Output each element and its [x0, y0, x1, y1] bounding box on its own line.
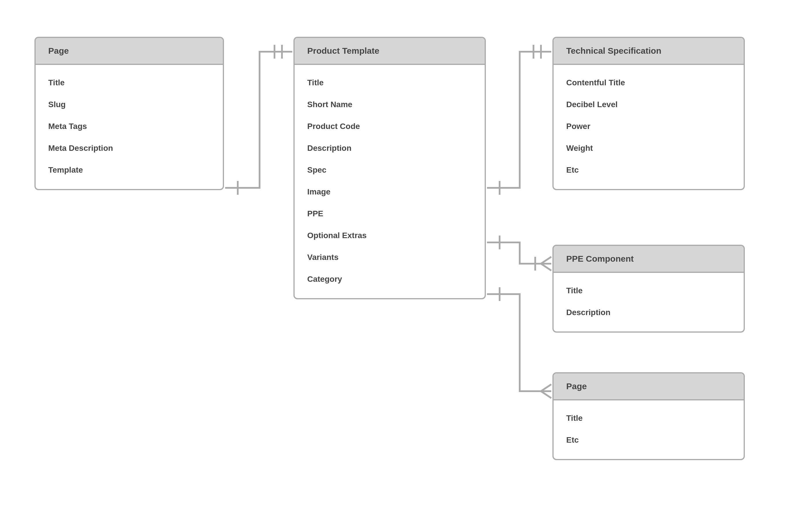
attr: Category	[307, 268, 472, 290]
attr: Variants	[307, 247, 472, 268]
attr: Slug	[48, 94, 210, 115]
entity-title: Page	[554, 373, 744, 400]
svg-line-12	[541, 391, 551, 398]
rel-product-page2	[487, 287, 551, 398]
entity-body: Title Etc	[554, 400, 744, 459]
attr: Etc	[566, 159, 731, 181]
attr: Title	[566, 407, 731, 429]
attr: Power	[566, 115, 731, 137]
svg-line-11	[541, 384, 551, 391]
entity-title: Technical Specification	[554, 38, 744, 65]
entity-title: Page	[36, 38, 223, 65]
rel-product-techspec	[487, 45, 551, 195]
entity-body: Title Description	[554, 273, 744, 332]
entity-page: Page Title Slug Meta Tags Meta Descripti…	[34, 37, 224, 190]
attr: Etc	[566, 429, 731, 451]
attr: Meta Description	[48, 137, 210, 159]
attr: Product Code	[307, 115, 472, 137]
entity-page-2: Page Title Etc	[552, 372, 745, 460]
attr: Title	[48, 72, 210, 94]
attr: Meta Tags	[48, 115, 210, 137]
entity-body: Contentful Title Decibel Level Power Wei…	[554, 65, 744, 189]
erd-canvas: Page Title Slug Meta Tags Meta Descripti…	[0, 0, 812, 515]
attr: Description	[566, 302, 731, 323]
attr: Weight	[566, 137, 731, 159]
attr: PPE	[307, 203, 472, 225]
svg-line-8	[541, 257, 551, 264]
entity-product-template: Product Template Title Short Name Produc…	[293, 37, 486, 299]
attr: Short Name	[307, 94, 472, 115]
attr: Decibel Level	[566, 94, 731, 115]
attr: Description	[307, 137, 472, 159]
rel-page1-product	[225, 45, 292, 195]
attr: Contentful Title	[566, 72, 731, 94]
attr: Spec	[307, 159, 472, 181]
entity-title: PPE Component	[554, 246, 744, 273]
entity-body: Title Short Name Product Code Descriptio…	[295, 65, 485, 298]
attr: Image	[307, 181, 472, 203]
attr: Title	[566, 280, 731, 302]
svg-line-9	[541, 264, 551, 270]
entity-ppe-component: PPE Component Title Description	[552, 245, 745, 333]
entity-body: Title Slug Meta Tags Meta Description Te…	[36, 65, 223, 189]
attr: Optional Extras	[307, 225, 472, 247]
entity-technical-specification: Technical Specification Contentful Title…	[552, 37, 745, 190]
rel-product-ppe	[487, 235, 551, 270]
attr: Template	[48, 159, 210, 181]
entity-title: Product Template	[295, 38, 485, 65]
attr: Title	[307, 72, 472, 94]
